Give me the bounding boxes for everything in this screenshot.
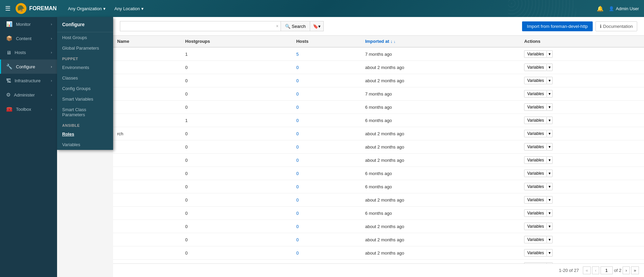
hosts-icon: 🖥 — [6, 50, 11, 55]
cell-hosts[interactable]: 0 — [292, 180, 361, 193]
variables-button[interactable]: Variables — [524, 223, 547, 230]
configure-menu-item-classes[interactable]: Classes — [57, 73, 113, 83]
configure-menu-item-smart-variables[interactable]: Smart Variables — [57, 94, 113, 104]
cell-imported-at: 6 months ago — [361, 207, 520, 220]
cell-hosts[interactable]: 0 — [292, 101, 361, 114]
cell-hosts[interactable]: 0 — [292, 260, 361, 264]
chevron-icon: › — [51, 107, 52, 111]
sidebar-item-administer[interactable]: ⚙ Administer › — [0, 88, 57, 102]
pagination-prev-button[interactable]: ‹ — [592, 266, 599, 274]
variables-dropdown-button[interactable]: ▾ — [547, 130, 553, 137]
hamburger-icon[interactable]: ☰ — [5, 5, 11, 12]
administer-icon: ⚙ — [6, 92, 11, 98]
variables-dropdown-button[interactable]: ▾ — [547, 156, 553, 164]
cell-hosts[interactable]: 0 — [292, 246, 361, 260]
variables-button[interactable]: Variables — [524, 249, 547, 257]
variables-dropdown-button[interactable]: ▾ — [547, 103, 553, 111]
variables-dropdown-button[interactable]: ▾ — [547, 170, 553, 177]
documentation-button[interactable]: ℹ Documentation — [595, 21, 637, 31]
variables-dropdown-button[interactable]: ▾ — [547, 236, 553, 243]
cell-hosts[interactable]: 0 — [292, 74, 361, 87]
variables-button[interactable]: Variables — [524, 209, 547, 217]
variables-dropdown-button[interactable]: ▾ — [547, 64, 553, 71]
pagination-page-input[interactable] — [601, 266, 613, 274]
sidebar-item-monitor[interactable]: 📊 Monitor › — [0, 17, 57, 31]
variables-dropdown-button[interactable]: ▾ — [547, 50, 553, 58]
configure-menu-item-variables[interactable]: Variables — [57, 139, 113, 150]
variables-button[interactable]: Variables — [524, 77, 547, 84]
configure-menu-item-host-groups[interactable]: Host Groups — [57, 32, 113, 43]
notification-bell-icon[interactable]: 🔔 — [597, 5, 604, 12]
cell-hosts[interactable]: 0 — [292, 220, 361, 233]
sidebar-item-content[interactable]: 📦 Content › — [0, 31, 57, 46]
col-actions: Actions — [520, 36, 644, 47]
cell-hosts[interactable]: 0 — [292, 233, 361, 246]
configure-menu-item-environments[interactable]: Environments — [57, 62, 113, 73]
variables-dropdown-button[interactable]: ▾ — [547, 90, 553, 98]
configure-menu-item-config-groups[interactable]: Config Groups — [57, 83, 113, 94]
search-button[interactable]: 🔍 Search — [281, 21, 310, 31]
pagination-next-button[interactable]: › — [623, 266, 629, 274]
variables-button[interactable]: Variables — [524, 130, 547, 137]
sidebar-item-hosts[interactable]: 🖥 Hosts › — [0, 46, 57, 59]
variables-button[interactable]: Variables — [524, 143, 547, 151]
col-imported-at[interactable]: Imported at ↓ — [361, 36, 520, 47]
cell-hostgroups: 0 — [181, 193, 292, 207]
cell-imported-at: 7 months ago — [361, 47, 520, 61]
cell-hosts[interactable]: 0 — [292, 87, 361, 101]
variables-button[interactable]: Variables — [524, 236, 547, 243]
variables-button[interactable]: Variables — [524, 196, 547, 204]
search-input[interactable] — [120, 21, 281, 31]
configure-menu-item-smart-class-parameters[interactable]: Smart Class Parameters — [57, 104, 113, 120]
bookmark-button[interactable]: 🔖 ▾ — [310, 21, 324, 31]
variables-dropdown-button[interactable]: ▾ — [547, 223, 553, 230]
sidebar-item-toolbox[interactable]: 🧰 Toolbox › — [0, 102, 57, 116]
sidebar-item-configure[interactable]: 🔧 Configure › — [0, 59, 57, 74]
variables-dropdown-button[interactable]: ▾ — [547, 143, 553, 151]
cell-actions: Variables▾ — [520, 127, 644, 140]
cell-hosts[interactable]: 0 — [292, 193, 361, 207]
pagination-first-button[interactable]: « — [583, 266, 591, 274]
configure-icon: 🔧 — [6, 64, 13, 70]
configure-menu-item-global-parameters[interactable]: Global Parameters — [57, 43, 113, 53]
table-row: 106 months agoVariables▾ — [113, 114, 644, 127]
cell-hosts[interactable]: 0 — [292, 154, 361, 167]
monitor-icon: 📊 — [6, 21, 13, 27]
variables-dropdown-button[interactable]: ▾ — [547, 77, 553, 84]
pagination-last-button[interactable]: » — [631, 266, 639, 274]
cell-name — [113, 87, 181, 101]
organization-dropdown[interactable]: Any Organization ▾ — [65, 5, 108, 13]
variables-dropdown-button[interactable]: ▾ — [547, 196, 553, 204]
variables-button[interactable]: Variables — [524, 103, 547, 111]
cell-name — [113, 140, 181, 154]
variables-dropdown-button[interactable]: ▾ — [547, 209, 553, 217]
cell-hosts[interactable]: 0 — [292, 140, 361, 154]
variables-button[interactable]: Variables — [524, 90, 547, 98]
roles-table: Name Hostgroups Hosts Imported at ↓ Acti… — [113, 36, 644, 263]
cell-hosts[interactable]: 0 — [292, 114, 361, 127]
variables-button[interactable]: Variables — [524, 50, 547, 58]
cell-imported-at: about 2 months ago — [361, 61, 520, 74]
configure-menu-item-roles[interactable]: Roles — [57, 129, 113, 139]
brand-name: FOREMAN — [29, 5, 57, 12]
cell-hosts[interactable]: 0 — [292, 61, 361, 74]
variables-button[interactable]: Variables — [524, 156, 547, 164]
chevron-icon: › — [51, 65, 52, 69]
variables-dropdown-button[interactable]: ▾ — [547, 183, 553, 190]
variables-button[interactable]: Variables — [524, 64, 547, 71]
import-button[interactable]: Import from foreman-devel-http — [522, 21, 592, 31]
cell-name — [113, 193, 181, 207]
variables-dropdown-button[interactable]: ▾ — [547, 117, 553, 124]
user-menu[interactable]: 👤 Admin User — [609, 6, 639, 11]
cell-hosts[interactable]: 0 — [292, 207, 361, 220]
variables-button[interactable]: Variables — [524, 183, 547, 190]
variables-button[interactable]: Variables — [524, 117, 547, 124]
search-clear-icon[interactable]: × — [276, 24, 279, 29]
sidebar-item-infrastructure[interactable]: 🏗 Infrastructure › — [0, 74, 57, 88]
cell-hosts[interactable]: 5 — [292, 47, 361, 61]
variables-button[interactable]: Variables — [524, 170, 547, 177]
cell-hosts[interactable]: 0 — [292, 167, 361, 180]
location-dropdown[interactable]: Any Location ▾ — [112, 5, 146, 13]
cell-hosts[interactable]: 0 — [292, 127, 361, 140]
variables-dropdown-button[interactable]: ▾ — [547, 249, 553, 257]
